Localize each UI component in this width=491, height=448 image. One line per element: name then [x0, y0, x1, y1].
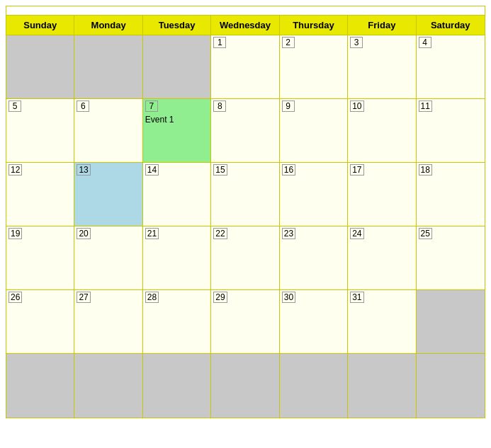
day-cell[interactable]: 4 [417, 35, 485, 99]
day-number: 12 [9, 164, 22, 176]
day-number: 9 [282, 100, 295, 112]
day-header-thursday: Thursday [280, 16, 348, 35]
day-cell[interactable] [143, 354, 211, 418]
day-cell[interactable]: 31 [348, 290, 416, 354]
day-cell[interactable]: 16 [280, 163, 348, 226]
day-number: 16 [282, 164, 295, 176]
day-cell[interactable]: 13 [74, 163, 142, 226]
day-number: 17 [350, 164, 363, 176]
day-number: 2 [282, 37, 295, 48]
day-number: 6 [77, 100, 89, 112]
day-cell[interactable]: 25 [417, 226, 485, 290]
day-number: 8 [213, 100, 226, 112]
day-header-tuesday: Tuesday [143, 16, 211, 35]
day-cell[interactable]: 19 [6, 226, 74, 290]
day-cell[interactable]: 12 [6, 163, 74, 226]
day-number: 13 [77, 164, 90, 176]
day-number: 25 [419, 228, 432, 239]
day-number: 27 [77, 292, 90, 303]
day-number: 15 [213, 164, 227, 176]
day-cell[interactable]: 30 [280, 290, 348, 354]
day-cell[interactable]: 18 [417, 163, 485, 226]
day-cell[interactable]: 8 [211, 99, 279, 163]
day-number: 21 [145, 228, 159, 239]
day-cell[interactable]: 7Event 1 [143, 99, 211, 163]
day-number: 31 [350, 292, 363, 303]
day-header-wednesday: Wednesday [211, 16, 279, 35]
day-cell[interactable]: 20 [74, 226, 142, 290]
day-cell[interactable]: 3 [348, 35, 416, 99]
day-header-monday: Monday [74, 16, 142, 35]
day-cell[interactable]: 27 [74, 290, 142, 354]
day-header-saturday: Saturday [417, 16, 485, 35]
day-cell[interactable]: 26 [6, 290, 74, 354]
day-number: 4 [419, 37, 431, 48]
day-cell[interactable]: 6 [74, 99, 142, 163]
day-headers-row: SundayMondayTuesdayWednesdayThursdayFrid… [6, 15, 485, 35]
day-cell[interactable]: 5 [6, 99, 74, 163]
day-cell[interactable]: 10 [348, 99, 416, 163]
day-cell[interactable]: 2 [280, 35, 348, 99]
day-cell[interactable] [211, 354, 279, 418]
day-cell[interactable]: 21 [143, 226, 211, 290]
day-number: 14 [145, 164, 159, 176]
day-cell[interactable] [280, 354, 348, 418]
day-cell[interactable]: 24 [348, 226, 416, 290]
day-number: 28 [145, 292, 159, 303]
calendar-grid: 1234567Event 189101112131415161718192021… [6, 35, 485, 418]
day-cell[interactable]: 22 [211, 226, 279, 290]
day-number: 22 [213, 228, 227, 239]
day-cell[interactable] [417, 290, 485, 354]
day-number: 29 [213, 292, 227, 303]
day-cell[interactable]: 17 [348, 163, 416, 226]
calendar: SundayMondayTuesdayWednesdayThursdayFrid… [6, 6, 485, 418]
day-cell[interactable] [417, 354, 485, 418]
day-cell[interactable] [6, 354, 74, 418]
day-cell[interactable] [6, 35, 74, 99]
day-cell[interactable] [348, 354, 416, 418]
day-cell[interactable]: 14 [143, 163, 211, 226]
day-cell[interactable]: 15 [211, 163, 279, 226]
day-number: 23 [282, 228, 295, 239]
day-cell[interactable] [74, 35, 142, 99]
day-number: 30 [282, 292, 295, 303]
day-number: 3 [350, 37, 363, 48]
day-cell[interactable]: 9 [280, 99, 348, 163]
event-label[interactable]: Event 1 [145, 115, 208, 125]
day-number: 1 [213, 37, 226, 48]
day-number: 19 [9, 228, 22, 239]
day-header-sunday: Sunday [6, 16, 74, 35]
day-number: 24 [350, 228, 363, 239]
day-number: 7 [145, 100, 158, 112]
day-cell[interactable]: 28 [143, 290, 211, 354]
day-cell[interactable] [74, 354, 142, 418]
day-cell[interactable]: 23 [280, 226, 348, 290]
day-number: 11 [419, 100, 432, 112]
day-cell[interactable] [143, 35, 211, 99]
day-cell[interactable]: 29 [211, 290, 279, 354]
day-header-friday: Friday [348, 16, 416, 35]
day-number: 20 [77, 228, 90, 239]
day-number: 5 [9, 100, 21, 112]
day-number: 18 [419, 164, 432, 176]
day-cell[interactable]: 1 [211, 35, 279, 99]
day-number: 26 [9, 292, 22, 303]
calendar-header [6, 6, 485, 15]
day-cell[interactable]: 11 [417, 99, 485, 163]
day-number: 10 [350, 100, 363, 112]
